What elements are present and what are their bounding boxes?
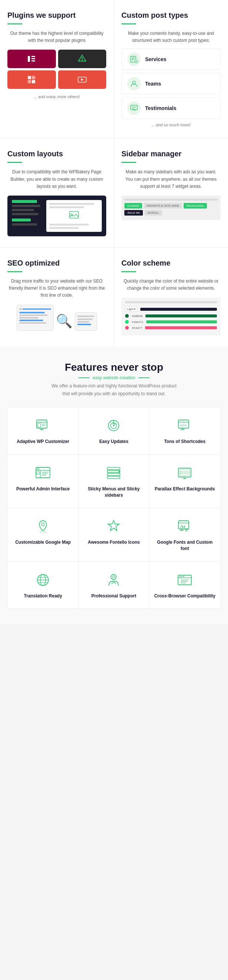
plugins-title: Plugins we support bbox=[7, 11, 106, 20]
layout-line-3 bbox=[12, 209, 34, 211]
customizer-icon bbox=[34, 416, 52, 435]
svg-rect-3 bbox=[32, 60, 35, 62]
svg-rect-6 bbox=[28, 76, 31, 79]
support-icon bbox=[104, 571, 123, 589]
custom-layouts-section: Custom layouts Due to compatibility with… bbox=[0, 138, 114, 247]
features-subtitle: easy website creation bbox=[7, 375, 221, 380]
main-line-4 bbox=[49, 227, 79, 229]
color-select-row: Light ▾ bbox=[125, 306, 217, 312]
main-line-3 bbox=[49, 224, 89, 226]
testimonials-icon bbox=[127, 102, 141, 115]
plugin-trx bbox=[58, 49, 107, 68]
seo-browser-secondary bbox=[75, 312, 97, 331]
fonts-icon: Aa bbox=[176, 517, 194, 536]
shortcodes-label: Tons of Shortcodes bbox=[153, 439, 217, 445]
browser-icon bbox=[176, 571, 194, 589]
custom-layouts-title: Custom layouts bbox=[7, 150, 106, 158]
svg-rect-54 bbox=[180, 469, 190, 476]
svg-rect-46 bbox=[36, 472, 39, 474]
svg-text:Aa: Aa bbox=[180, 524, 185, 529]
shortcodes-icon: </> bbox=[176, 416, 194, 435]
layout-icon-area bbox=[49, 210, 99, 222]
post-type-testimonials: Testimonials bbox=[121, 97, 221, 119]
sidebar-row-2: About Me SCROLL bbox=[124, 210, 218, 216]
layout-main bbox=[46, 200, 102, 232]
admin-label: Powerful Admin Interface bbox=[11, 486, 74, 492]
post-types-and-more: ... and so much more! bbox=[121, 123, 221, 127]
plugin-essential bbox=[7, 70, 56, 89]
icons-label: Awesome Fontello Icons bbox=[82, 539, 145, 546]
sidebar-preview-bar bbox=[124, 199, 218, 201]
seo-line-5 bbox=[19, 322, 46, 324]
svg-rect-7 bbox=[32, 76, 35, 79]
svg-text:✓: ✓ bbox=[135, 61, 137, 63]
translation-label: Translation Ready bbox=[11, 593, 74, 599]
sidebar-row-1: Contents WIDGETS & SITE WIDE Recent post… bbox=[124, 203, 218, 208]
color-select-label: Light bbox=[127, 307, 133, 311]
fonts-label: Google Fonts and Custom font bbox=[153, 539, 217, 552]
features-section: Features never stop easy website creatio… bbox=[0, 347, 228, 624]
svg-rect-39 bbox=[36, 468, 50, 478]
svg-rect-9 bbox=[32, 80, 35, 83]
feature-parallax: Parallax Effect Backgrounds bbox=[150, 455, 220, 508]
seo-browser-container: 🔍 bbox=[17, 305, 97, 331]
svg-rect-47 bbox=[107, 468, 120, 469]
seo-magnifier-icon: 🔍 bbox=[56, 313, 73, 329]
svg-point-59 bbox=[41, 523, 44, 526]
svg-rect-0 bbox=[28, 56, 30, 62]
updates-label: Easy Updates bbox=[82, 439, 145, 445]
color-row-2: #16e271 bbox=[125, 320, 217, 324]
sticky-label: Sticky Menus and Sticky sidebars bbox=[82, 486, 145, 498]
seo-url-bar bbox=[22, 309, 51, 310]
svg-rect-48 bbox=[107, 470, 120, 473]
svg-rect-26 bbox=[38, 423, 41, 427]
teams-label: Teams bbox=[145, 81, 161, 87]
svg-marker-61 bbox=[108, 520, 119, 531]
sidebar-btn-recent: Recent posts bbox=[184, 203, 207, 208]
custom-post-types-title: Custom post types bbox=[121, 11, 221, 20]
feature-map: Customizable Google Map bbox=[8, 508, 78, 562]
feature-translation: Translation Ready bbox=[8, 562, 78, 609]
features-grid: Adaptive WP Customizer Easy Updates bbox=[7, 407, 221, 609]
color-scheme-desc: Quickly change the color of the entire w… bbox=[121, 278, 221, 292]
sidebar-manager-title: Sidebar manager bbox=[121, 150, 221, 158]
sidebar-btn-contents: Contents bbox=[124, 203, 142, 208]
svg-text:</>: </> bbox=[180, 423, 187, 427]
services-icon: ✓ bbox=[127, 52, 141, 66]
plugin-slider bbox=[58, 70, 107, 89]
svg-rect-8 bbox=[28, 80, 31, 83]
feature-updates: Easy Updates bbox=[78, 407, 149, 455]
sidebar-preview: Contents WIDGETS & SITE WIDE Recent post… bbox=[121, 196, 221, 220]
testimonials-label: Testimonials bbox=[145, 105, 177, 111]
seo-underline bbox=[7, 271, 22, 272]
seo-secondary-lines bbox=[78, 318, 94, 325]
color-dot-2 bbox=[125, 320, 129, 324]
updates-icon bbox=[104, 416, 123, 435]
layout-line-1 bbox=[12, 200, 37, 203]
plugin-elementor bbox=[7, 49, 56, 68]
feature-admin: Powerful Admin Interface bbox=[8, 455, 78, 508]
svg-point-42 bbox=[37, 468, 39, 469]
services-label: Services bbox=[145, 56, 166, 62]
seo-browser-address bbox=[19, 308, 51, 310]
browser-label: Cross-Browser Compatibility bbox=[153, 593, 217, 599]
feature-shortcodes: </> Tons of Shortcodes bbox=[150, 407, 220, 455]
svg-point-75 bbox=[112, 576, 115, 578]
color-scheme-underline bbox=[121, 271, 136, 272]
layout-sidebar bbox=[12, 200, 43, 232]
plugins-underline bbox=[7, 23, 22, 24]
svg-rect-50 bbox=[107, 476, 120, 479]
color-select-dropdown[interactable]: Light ▾ bbox=[125, 306, 137, 312]
post-type-teams: Teams bbox=[121, 73, 221, 94]
sidebar-manager-section: Sidebar manager Make as many sidebars wi… bbox=[114, 138, 228, 247]
custom-layouts-underline bbox=[7, 162, 22, 163]
seo-line-1 bbox=[19, 312, 45, 313]
svg-rect-2 bbox=[32, 58, 35, 59]
customizer-label: Adaptive WP Customizer bbox=[11, 439, 74, 445]
color-bar-3 bbox=[145, 326, 217, 329]
seo-section: SEO optimized Drag more traffic to your … bbox=[0, 248, 114, 347]
features-title: Features never stop bbox=[7, 361, 221, 373]
seo-browser-main bbox=[17, 305, 54, 331]
seo-line-2 bbox=[19, 315, 48, 316]
feature-icons: Awesome Fontello Icons bbox=[78, 508, 149, 562]
